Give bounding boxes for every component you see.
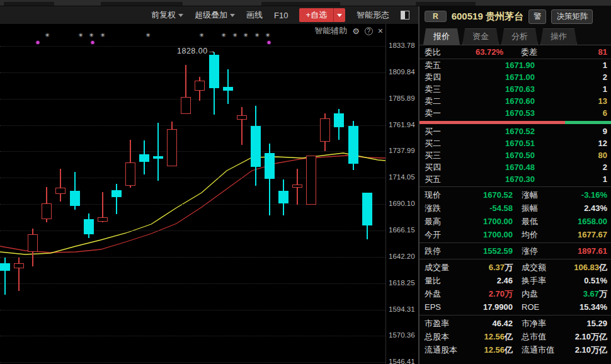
bid-row[interactable]: 买三1670.5080 xyxy=(420,149,611,161)
stock-title: 600519 贵州茅台 xyxy=(452,11,523,23)
level-label: 卖二 xyxy=(425,96,456,107)
level-label: 卖四 xyxy=(425,72,456,83)
ask-row[interactable]: 卖四1671.002 xyxy=(420,71,611,83)
detail-label: EPS xyxy=(425,302,461,312)
detail-label: 流通股本 xyxy=(425,344,461,356)
cutoff-menu-text xyxy=(101,2,183,6)
level-label: 买五 xyxy=(425,174,456,185)
candle xyxy=(362,193,372,225)
alert-button[interactable]: 警 xyxy=(528,9,547,24)
detail-row: 成交量6.37万成交额106.83亿 xyxy=(420,261,611,274)
ask-row[interactable]: 卖五1671.901 xyxy=(420,59,611,71)
favorite-dropdown-button[interactable] xyxy=(333,8,345,22)
detail-label: 内盘 xyxy=(522,288,558,300)
ask-row[interactable]: 卖二1670.6013 xyxy=(420,95,611,107)
decision-matrix-button[interactable]: 决策矩阵 xyxy=(551,9,593,24)
detail-row: 外盘2.70万内盘3.67万 xyxy=(420,287,611,300)
detail-label: 涨停 xyxy=(522,246,558,257)
tab-分析[interactable]: 分析 xyxy=(501,28,538,45)
gridline xyxy=(0,336,385,336)
detail-row: 市盈率46.42市净率15.29 xyxy=(420,317,611,330)
candle xyxy=(265,153,275,179)
level-price: 1670.30 xyxy=(456,174,535,184)
buy-sell-ratio-bar xyxy=(420,121,611,124)
chart-area[interactable]: 智能辅助 ⚙ ? × 1828.00→ 1833.781809.841785.8… xyxy=(0,24,418,364)
detail-row: 跌停1552.59涨停1897.61 xyxy=(420,244,611,258)
window-top-strip xyxy=(0,0,611,6)
bid-row[interactable]: 买五1670.301 xyxy=(420,173,611,185)
add-favorite-button[interactable]: +自选 xyxy=(299,8,333,22)
ask-row[interactable]: 卖三1670.631 xyxy=(420,83,611,95)
detail-value: 0.51% xyxy=(558,276,607,285)
super-overlay-dropdown[interactable]: 超级叠加 xyxy=(195,9,235,21)
level-price: 1670.63 xyxy=(456,84,535,94)
forward-adjust-dropdown[interactable]: 前复权 xyxy=(151,9,183,21)
help-icon[interactable]: ? xyxy=(365,27,373,35)
detail-label: 成交额 xyxy=(522,262,558,273)
candle xyxy=(111,190,122,197)
detail-value: 106.83亿 xyxy=(558,262,607,273)
gridline xyxy=(0,362,385,363)
candle-wick xyxy=(241,107,243,145)
level-label: 卖三 xyxy=(425,84,456,95)
detail-label: 振幅 xyxy=(522,203,558,214)
detail-label: 量比 xyxy=(425,275,461,287)
level-price: 1670.52 xyxy=(456,127,535,136)
super-overlay-label: 超级叠加 xyxy=(195,9,227,21)
detail-row: 今开1700.00均价1677.67 xyxy=(420,228,611,241)
candle xyxy=(278,191,288,203)
bid-row[interactable]: 买二1670.5112 xyxy=(420,137,611,149)
candle xyxy=(28,234,38,252)
level-price: 1670.50 xyxy=(456,151,535,160)
smart-assist-label: 智能辅助 xyxy=(314,25,347,37)
detail-value: 1552.59 xyxy=(461,246,513,256)
tab-报价[interactable]: 报价 xyxy=(423,28,460,45)
candle xyxy=(320,118,330,142)
detail-value: 6.37万 xyxy=(461,262,513,273)
detail-label: 最低 xyxy=(522,216,558,227)
close-icon[interactable]: × xyxy=(378,26,383,36)
tab-资金[interactable]: 资金 xyxy=(462,28,499,45)
candle xyxy=(237,115,247,120)
gridline xyxy=(0,178,385,178)
detail-value: 46.42 xyxy=(461,319,513,328)
level-volume: 6 xyxy=(535,108,607,118)
level-price: 1670.48 xyxy=(456,162,535,172)
detail-value: 12.56亿 xyxy=(461,344,513,356)
level-volume: 2 xyxy=(535,162,607,172)
price-axis-label: 1714.05 xyxy=(389,173,418,181)
detail-row: 量比2.46换手率0.51% xyxy=(420,274,611,287)
gridline xyxy=(0,283,385,284)
dropdown-caret-icon xyxy=(337,14,342,17)
split-view-icon[interactable] xyxy=(401,11,409,20)
price-axis-label: 1642.20 xyxy=(389,253,418,260)
signal-star-icon: ✳ xyxy=(146,32,151,38)
gear-icon[interactable]: ⚙ xyxy=(352,26,360,36)
price-axis-label: 1594.31 xyxy=(389,305,418,313)
candle-wick xyxy=(116,184,117,214)
detail-value: 1658.00 xyxy=(558,217,607,226)
detail-value: 2.10万亿 xyxy=(558,344,607,356)
candle xyxy=(153,156,163,159)
bid-row[interactable]: 买一1670.529 xyxy=(420,125,611,137)
add-favorite-group: +自选 xyxy=(299,8,345,22)
ask-row[interactable]: 卖一1670.536 xyxy=(420,107,611,119)
candle xyxy=(0,263,10,271)
draw-line-button[interactable]: 画线 xyxy=(246,9,263,21)
ask-levels: 卖五1671.901卖四1671.002卖三1670.631卖二1670.601… xyxy=(420,59,611,119)
quote-panel-header: R 600519 贵州茅台 警 决策矩阵 xyxy=(420,6,611,26)
price-axis-label: 1618.25 xyxy=(389,279,418,287)
tab-操作[interactable]: 操作 xyxy=(540,28,577,45)
trading-app-window: 前复权 超级叠加 画线 F10 +自选 智能形态 智能辅助 ⚙ ? × xyxy=(0,0,611,364)
panel-tabs: 报价资金分析操作 xyxy=(420,26,611,45)
signal-star-icon: ✳ xyxy=(100,32,105,38)
candle xyxy=(139,154,149,162)
weibi-label: 委比 xyxy=(425,47,456,58)
smart-pattern-button[interactable]: 智能形态 xyxy=(357,9,389,21)
detail-label: 现价 xyxy=(425,190,461,201)
bid-row[interactable]: 买四1670.482 xyxy=(420,161,611,173)
detail-label: 总股本 xyxy=(425,331,461,343)
section-divider xyxy=(420,259,611,259)
f10-button[interactable]: F10 xyxy=(274,11,288,20)
level-price: 1671.00 xyxy=(456,72,535,82)
